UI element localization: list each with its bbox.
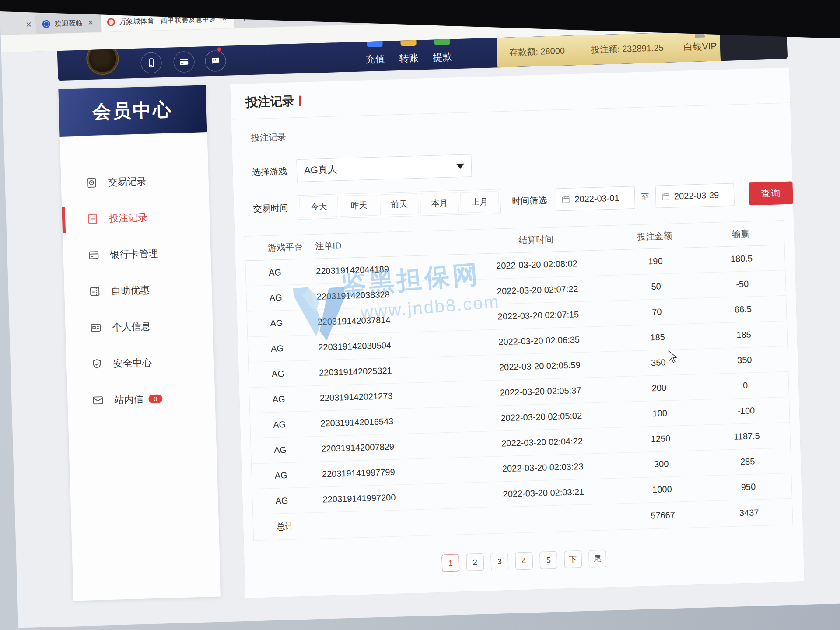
tab-favicon-red	[107, 18, 115, 26]
title-marker	[299, 96, 301, 106]
cell-amount: 200	[616, 382, 703, 395]
browser-tab-welcome[interactable]: 欢迎莅临 ✕	[36, 13, 101, 34]
page-button-4[interactable]: 4	[515, 552, 533, 570]
page-button-last[interactable]: 尾	[588, 550, 606, 567]
game-select-label: 选择游戏	[252, 165, 287, 178]
date-from-value: 2022-03-01	[574, 193, 620, 204]
col-header-amount: 投注金额	[611, 229, 698, 244]
time-filter-label: 交易时间	[253, 202, 288, 214]
page-button-2[interactable]: 2	[466, 553, 484, 571]
cell-settle-time: 2022-03-20 02:06:35	[463, 334, 614, 348]
account-summary-panel: 存款额: 28000 投注额: 232891.25 白银VIP	[497, 31, 721, 67]
sidebar-item-bet-records[interactable]: 投注记录	[62, 197, 210, 238]
chat-icon[interactable]	[205, 50, 226, 72]
nav-item-deposit[interactable]: 充值	[358, 41, 392, 71]
cell-settle-time: 2022-03-20 02:05:02	[466, 410, 617, 424]
quick-date-group: 今天 昨天 前天 本月 上月	[298, 189, 501, 220]
game-select-value: AG真人	[304, 163, 338, 177]
cell-platform: AG	[252, 495, 323, 507]
nav-item-transfer[interactable]: 转账	[392, 40, 426, 70]
cell-bet-id: 220319142021273	[319, 389, 465, 403]
game-select[interactable]: AG真人	[296, 154, 472, 182]
notification-dot	[217, 47, 221, 51]
shield-check-icon	[91, 358, 103, 370]
col-header-platform: 游戏平台	[245, 241, 315, 255]
cell-amount: 185	[614, 331, 701, 344]
cell-bet-id: 220319142030504	[318, 338, 464, 353]
cell-amount: 50	[613, 280, 700, 293]
sidebar-item-security-center[interactable]: 安全中心	[66, 343, 214, 383]
total-amount: 57667	[620, 509, 706, 522]
id-card-icon	[90, 322, 102, 334]
pagination: 1 2 3 4 5 下 尾	[244, 544, 804, 578]
tab-favicon-blue	[42, 20, 51, 28]
cell-winloss: 1187.5	[704, 430, 790, 443]
bank-card-icon	[88, 249, 100, 261]
chevron-down-icon	[456, 164, 464, 169]
quick-lastmonth-button[interactable]: 上月	[460, 191, 499, 213]
breadcrumb: 投注记录	[251, 116, 791, 144]
bank-card-icon[interactable]	[173, 51, 195, 73]
page-button-3[interactable]: 3	[490, 553, 508, 570]
page-button-5[interactable]: 5	[539, 551, 557, 569]
sidebar-item-profile[interactable]: 个人信息	[65, 306, 213, 347]
bet-records-table: 游戏平台 注单ID 结算时间 投注金额 输赢 AG 22031914204418…	[244, 220, 793, 541]
cell-platform: AG	[247, 317, 318, 329]
cell-bet-id: 220319142038328	[316, 287, 462, 302]
sidebar-item-label: 交易记录	[108, 175, 147, 189]
cell-bet-id: 220319142025321	[319, 364, 465, 378]
col-header-winloss: 输赢	[697, 227, 784, 241]
cell-platform: AG	[246, 292, 317, 304]
search-button[interactable]: 查询	[749, 181, 793, 205]
sidebar-menu: 交易记录 投注记录 银行卡管理	[60, 132, 216, 420]
deposit-label: 存款额:	[509, 46, 538, 57]
cell-amount: 1000	[619, 483, 706, 496]
cell-settle-time: 2022-03-20 02:03:21	[468, 486, 619, 500]
tab-title: 欢迎莅临	[55, 18, 83, 28]
total-winloss: 3437	[706, 507, 792, 519]
cell-platform: AG	[252, 469, 322, 482]
total-empty	[469, 517, 620, 521]
cell-winloss: -100	[703, 405, 789, 417]
sidebar-item-self-promo[interactable]: 自助优惠	[64, 270, 212, 311]
cell-settle-time: 2022-03-20 02:04:22	[466, 435, 617, 450]
mobile-app-icon[interactable]	[140, 52, 162, 74]
browser-window: ✕ 欢迎莅临 ✕ 万象城体育 - 西甲联赛及意甲罗 ✕ +	[0, 0, 840, 628]
quick-thismonth-button[interactable]: 本月	[420, 192, 459, 214]
cell-amount: 70	[613, 306, 700, 318]
sidebar-item-bank-cards[interactable]: 银行卡管理	[63, 234, 211, 274]
cell-platform: AG	[250, 419, 321, 431]
sidebar-item-label: 站内信	[114, 392, 144, 406]
bet-amount: 投注额: 232891.25	[591, 42, 664, 56]
cell-winloss: 0	[702, 379, 789, 392]
calendar-icon	[661, 192, 670, 201]
clock-document-icon	[85, 177, 98, 189]
close-icon[interactable]: ✕	[87, 18, 94, 28]
envelope-icon	[92, 394, 104, 406]
cell-bet-id: 220319141997799	[322, 465, 468, 480]
unread-badge: 0	[148, 394, 162, 403]
cell-bet-id: 220319142016543	[320, 414, 466, 429]
quick-yesterday-button[interactable]: 昨天	[340, 195, 378, 217]
col-header-bet-id: 注单ID	[315, 236, 461, 252]
cell-bet-id: 220319141997200	[322, 490, 468, 505]
bet-value: 232891.25	[622, 43, 664, 54]
vip-level: 白银VIP	[683, 40, 717, 53]
page-title-row: 投注记录	[230, 68, 790, 120]
sidebar-item-transaction-records[interactable]: 交易记录	[61, 161, 209, 202]
total-label: 总计	[253, 520, 324, 534]
quick-daybefore-button[interactable]: 前天	[380, 193, 419, 216]
quick-today-button[interactable]: 今天	[299, 196, 338, 218]
nav-item-withdraw[interactable]: 提款	[425, 39, 459, 70]
sidebar-item-messages[interactable]: 站内信 0	[67, 379, 215, 420]
cell-platform: AG	[249, 368, 319, 380]
member-center-page: 充值 转账 提款 存款额: 28000 投注额: 232891.25 白银VIP	[1, 28, 840, 628]
close-icon[interactable]: ✕	[21, 16, 36, 34]
calendar-icon	[561, 195, 570, 204]
mouse-cursor	[668, 350, 679, 364]
date-from-input[interactable]: 2022-03-01	[556, 186, 635, 211]
date-to-input[interactable]: 2022-03-29	[655, 183, 735, 208]
nav-item-label: 充值	[358, 52, 392, 66]
page-button-next[interactable]: 下	[564, 550, 582, 568]
page-button-1[interactable]: 1	[441, 554, 459, 572]
